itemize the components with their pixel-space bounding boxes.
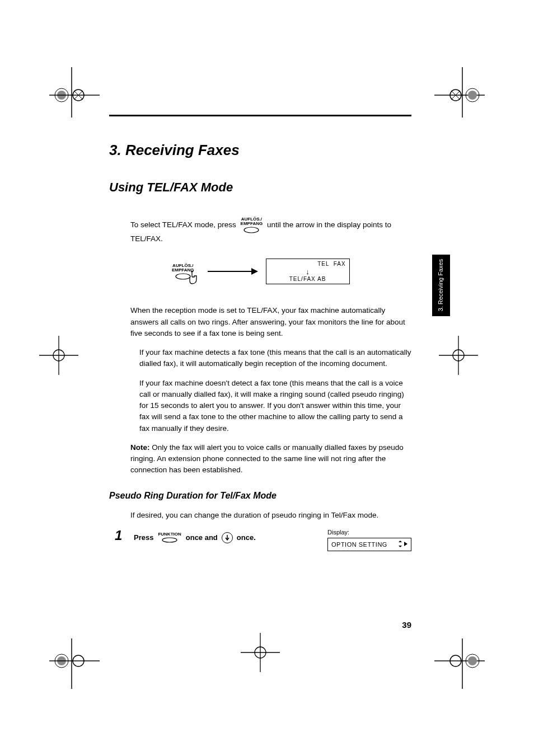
mode-select-diagram: AUFLÖS./ EMPFANG bbox=[170, 255, 411, 288]
display-label: Display: bbox=[327, 529, 411, 536]
section-title: Using TEL/FAX Mode bbox=[109, 180, 411, 195]
svg-marker-39 bbox=[399, 546, 402, 547]
svg-point-13 bbox=[468, 91, 477, 100]
svg-marker-36 bbox=[251, 268, 258, 275]
body-paragraph: If your fax machine detects a fax tone (… bbox=[139, 347, 411, 370]
svg-marker-41 bbox=[404, 542, 407, 546]
funktion-button-icon: FUNKTION bbox=[158, 532, 181, 543]
lcd-display-small: OPTION SETTING bbox=[327, 538, 411, 551]
press-hand-icon bbox=[184, 270, 200, 288]
chapter-title: 3. Receiving Faxes bbox=[109, 142, 411, 159]
auflos-empfang-button-icon: AUFLÖS./ EMPFANG bbox=[241, 217, 263, 233]
page-number: 39 bbox=[402, 620, 411, 630]
crop-mark-icon bbox=[49, 67, 100, 118]
lcd-display: TEL FAX ↓ TEL/FAX AB bbox=[266, 259, 350, 284]
arrow-right-icon bbox=[208, 267, 258, 276]
step-number: 1 bbox=[115, 529, 126, 542]
svg-point-29 bbox=[468, 656, 477, 665]
svg-point-37 bbox=[162, 538, 177, 542]
step-row: 1 Press FUNKTION once and once. Display:… bbox=[115, 529, 411, 551]
svg-point-33 bbox=[244, 227, 259, 233]
body-paragraph: If your fax machine doesn't detect a fax… bbox=[139, 378, 411, 434]
body-paragraph: When the reception mode is set to TEL/FA… bbox=[130, 305, 411, 339]
step-instruction: Press FUNKTION once and once. bbox=[134, 529, 320, 543]
crop-mark-icon bbox=[39, 336, 78, 375]
intro-paragraph: To select TEL/FAX mode, press AUFLÖS./ E… bbox=[130, 217, 411, 245]
subheading: Pseudo Ring Duration for Tel/Fax Mode bbox=[109, 491, 411, 501]
crop-mark-icon bbox=[49, 638, 100, 689]
crop-mark-icon bbox=[241, 633, 280, 672]
down-arrow-button-icon bbox=[222, 532, 233, 543]
arrow-down-icon: ↓ bbox=[270, 268, 346, 275]
chapter-tab: 3. Receiving Faxes bbox=[432, 255, 450, 316]
crop-mark-icon bbox=[434, 638, 485, 689]
nav-arrows-icon bbox=[397, 541, 407, 548]
note-paragraph: Note: Only the fax will alert you to voi… bbox=[130, 442, 411, 476]
sub-intro: If desired, you can change the duration … bbox=[130, 510, 411, 521]
crop-mark-icon bbox=[439, 336, 478, 375]
crop-mark-icon bbox=[434, 67, 485, 118]
svg-marker-38 bbox=[399, 541, 402, 542]
